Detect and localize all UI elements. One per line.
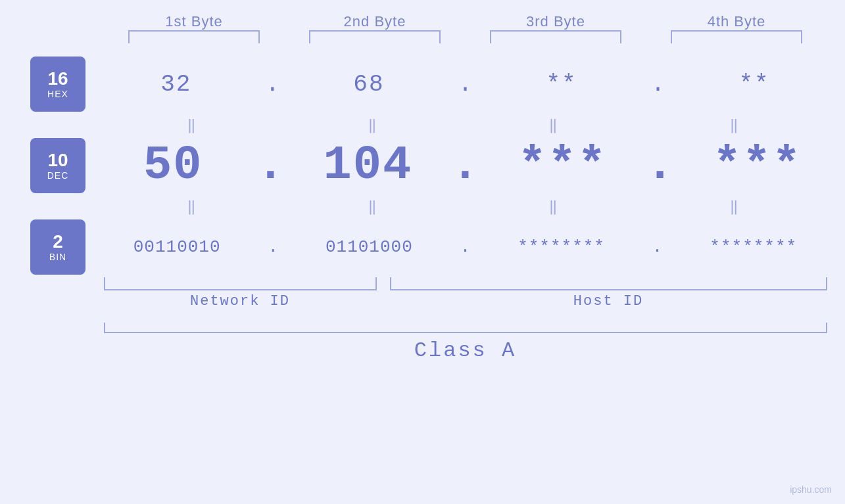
dec-badge: 10 DEC [30,138,85,193]
byte-label-1: 1st Byte [122,13,266,30]
bin-badge-number: 2 [53,232,63,252]
bracket-row [104,30,827,43]
outer-bracket [104,323,827,333]
class-label: Class A [104,338,827,363]
hex-data-row: 16 HEX 32 . 68 . ** . ** [0,57,845,112]
hex-dot-3: . [651,71,665,98]
sep-row-1: ‖ ‖ ‖ ‖ [104,112,827,138]
dec-badge-label: DEC [47,170,69,181]
dec-dot-2: . [451,139,479,193]
hex-byte-3: ** [496,71,627,98]
sep-1: ‖ [128,116,260,134]
bin-values: 00110010 . 01101000 . ******** . *******… [85,237,845,257]
main-container: 1st Byte 2nd Byte 3rd Byte 4th Byte 16 H… [0,0,845,504]
sep-3: ‖ [490,116,621,134]
dec-byte-2: 104 [302,139,433,193]
bin-dot-1: . [268,237,278,257]
hex-dot-1: . [266,71,280,98]
bin-badge: 2 BIN [30,219,85,275]
bracket-2 [309,30,441,43]
network-bracket [104,277,377,290]
bin-byte-2: 01101000 [303,237,435,257]
hex-badge-label: HEX [47,89,68,99]
byte-label-4: 4th Byte [664,13,809,30]
bottom-brackets [104,277,827,290]
dec-data-row: 10 DEC 50 . 104 . *** . *** [0,138,845,193]
hex-values: 32 . 68 . ** . ** [85,71,845,98]
bin-byte-1: 00110010 [111,237,243,257]
bin-dot-2: . [460,237,471,257]
bin-dot-3: . [652,237,663,257]
hex-byte-2: 68 [303,71,435,98]
dec-byte-3: *** [497,139,629,193]
bracket-1 [128,30,260,43]
hex-badge: 16 HEX [30,57,85,112]
bracket-4 [671,30,802,43]
id-labels: Network ID Host ID [104,293,827,309]
dec-dot-1: . [256,139,285,193]
network-id-label: Network ID [104,293,377,309]
dec-byte-4: *** [692,139,823,193]
sep-8: ‖ [671,198,802,216]
bin-badge-label: BIN [49,252,66,262]
sep-row-2: ‖ ‖ ‖ ‖ [104,193,827,219]
sep-5: ‖ [128,198,260,216]
bin-byte-4: ******** [688,237,819,257]
hex-badge-number: 16 [47,69,68,89]
sep-7: ‖ [490,198,621,216]
dec-byte-1: 50 [107,139,239,193]
host-id-label: Host ID [390,293,827,309]
byte-label-3: 3rd Byte [483,13,628,30]
sep-6: ‖ [309,198,441,216]
host-bracket [390,277,827,290]
dec-values: 50 . 104 . *** . *** [85,139,845,193]
hex-dot-2: . [458,71,473,98]
byte-label-2: 2nd Byte [302,13,447,30]
hex-byte-4: ** [688,71,820,98]
bin-byte-3: ******** [496,237,627,257]
dec-dot-3: . [646,139,674,193]
watermark: ipshu.com [790,484,832,495]
sep-4: ‖ [671,116,802,134]
dec-badge-number: 10 [47,150,68,171]
header-row: 1st Byte 2nd Byte 3rd Byte 4th Byte [104,13,827,30]
sep-2: ‖ [309,116,441,134]
hex-byte-1: 32 [110,71,242,98]
bin-data-row: 2 BIN 00110010 . 01101000 . ******** . *… [0,219,845,275]
bracket-3 [490,30,621,43]
